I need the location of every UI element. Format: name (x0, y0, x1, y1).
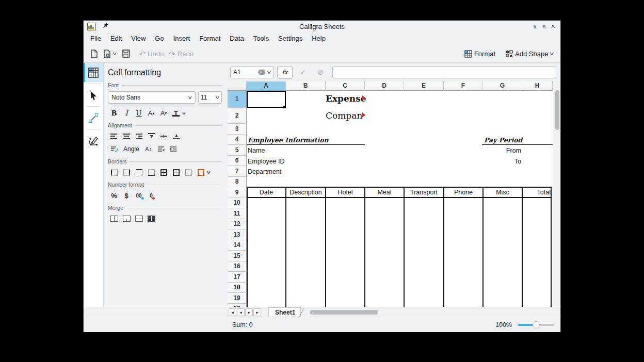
row-header[interactable]: 15 (228, 251, 247, 261)
border-top-button[interactable] (133, 168, 145, 177)
row-headers[interactable]: 1 2 3 4 5 6 7 8 9 10 11 12 13 14 15 16 1 (228, 91, 247, 307)
select-all-corner[interactable] (228, 81, 247, 91)
row-header[interactable]: 19 (228, 293, 247, 304)
row-header[interactable]: 12 (228, 219, 247, 230)
vertical-scrollbar[interactable] (555, 81, 560, 307)
table-header-description[interactable]: Description (286, 187, 326, 198)
titlebar[interactable]: Calligra Sheets ∨ ∧ × (84, 21, 560, 32)
menu-format[interactable]: Format (195, 33, 225, 44)
menu-settings[interactable]: Settings (273, 33, 307, 44)
bold-button[interactable]: B (108, 108, 120, 118)
cell-name-label[interactable]: Name (248, 147, 265, 154)
row-header[interactable]: 7 (228, 166, 247, 177)
rotate-text-button[interactable] (108, 144, 120, 154)
menu-tools[interactable]: Tools (249, 33, 273, 44)
cell-to-label[interactable]: To (483, 158, 521, 165)
row-header[interactable]: 16 (228, 261, 247, 272)
table-header-misc[interactable]: Misc (483, 187, 522, 198)
row-header[interactable]: 8 (228, 177, 247, 188)
shape-selection-tool-button[interactable] (84, 86, 103, 105)
vertical-text-button[interactable]: A↕ (142, 144, 155, 154)
menu-go[interactable]: Go (150, 33, 168, 44)
border-left-button[interactable] (108, 168, 120, 177)
wrap-text-button[interactable] (155, 144, 167, 154)
horizontal-scrollbar-thumb[interactable] (310, 310, 378, 315)
italic-button[interactable]: I (120, 108, 133, 118)
insert-function-button[interactable]: fx (277, 66, 293, 79)
previous-sheet-button[interactable]: ◀ (237, 308, 245, 316)
row-header[interactable]: 17 (228, 272, 247, 283)
open-document-button[interactable]: ∨ (101, 47, 119, 60)
save-button[interactable] (119, 47, 133, 60)
row-header[interactable]: 9 (228, 187, 247, 198)
align-center-button[interactable] (120, 131, 133, 141)
cell-reference-chevron-icon[interactable]: ∨ (266, 70, 272, 75)
percent-format-button[interactable]: % (108, 191, 120, 200)
merge-vertical-button[interactable] (133, 214, 145, 223)
column-header-a[interactable]: A (247, 81, 286, 91)
font-family-select[interactable]: Noto Sans ∨ (108, 91, 196, 104)
dissociate-cells-button[interactable] (145, 214, 157, 223)
next-sheet-button[interactable]: ▶ (245, 308, 253, 316)
row-header[interactable]: 4 (228, 135, 247, 145)
align-top-button[interactable] (145, 131, 157, 141)
column-header-d[interactable]: D (365, 81, 404, 91)
close-button[interactable]: × (551, 23, 555, 30)
zoom-slider-handle[interactable] (533, 321, 540, 328)
table-header-phone[interactable]: Phone (444, 187, 483, 198)
table-header-hotel[interactable]: Hotel (326, 187, 365, 198)
sheet-tab[interactable]: Sheet1 (268, 307, 301, 317)
menu-view[interactable]: View (126, 33, 150, 44)
column-header-c[interactable]: C (326, 81, 365, 91)
font-options-chevron-icon[interactable]: ∨ (181, 110, 187, 116)
font-color-button[interactable]: T (170, 108, 182, 118)
formula-input[interactable] (332, 67, 556, 78)
menu-file[interactable]: File (86, 33, 106, 44)
indent-button[interactable] (167, 144, 180, 154)
fill-handle[interactable] (283, 106, 286, 108)
align-bottom-button[interactable] (170, 131, 182, 141)
merge-cells-button[interactable] (108, 214, 120, 223)
row-header[interactable]: 11 (228, 208, 247, 219)
border-options-chevron-icon[interactable]: ∨ (206, 170, 212, 175)
format-button[interactable]: Format (462, 48, 498, 60)
border-color-button[interactable] (195, 168, 207, 177)
row-header[interactable]: 14 (228, 240, 247, 251)
table-header-meal[interactable]: Meal (365, 187, 404, 198)
cell-from-label[interactable]: From (483, 147, 521, 154)
row-header[interactable]: 3 (228, 124, 247, 135)
cell-pay-period[interactable]: Pay Period (484, 136, 522, 144)
zoom-slider[interactable] (518, 321, 554, 328)
row-header[interactable]: 6 (228, 156, 247, 167)
selected-cell-a1[interactable] (247, 91, 286, 108)
cell-department-label[interactable]: Department (248, 168, 281, 175)
shrink-font-button[interactable]: A▾ (157, 108, 170, 118)
table-header-date[interactable]: Date (247, 187, 286, 198)
font-size-select[interactable]: 11 ∨ (198, 91, 222, 104)
border-none-button[interactable] (182, 168, 195, 177)
row-header[interactable]: 18 (228, 283, 247, 293)
row-header[interactable]: 1 (228, 91, 247, 108)
sheet-grid[interactable]: A B C D E F G H 1 2 3 4 5 6 7 (228, 81, 553, 307)
row-header[interactable]: 13 (228, 229, 247, 240)
first-sheet-button[interactable]: ◀ (229, 308, 236, 316)
align-middle-button[interactable]: ✛ (157, 131, 170, 141)
table-header-total[interactable]: Total (522, 187, 551, 198)
column-headers[interactable]: A B C D E F G H (228, 81, 553, 91)
cell-employee-information[interactable]: Employee Information (248, 136, 329, 144)
cell-reference-box[interactable]: A1 × ∨ (230, 67, 274, 78)
last-sheet-button[interactable]: ▶ (253, 308, 261, 316)
cell-employee-id-label[interactable]: Employee ID (248, 158, 285, 165)
border-outer-button[interactable] (170, 168, 182, 177)
new-document-button[interactable] (88, 47, 101, 60)
merge-horizontal-button[interactable] (120, 214, 133, 223)
column-header-b[interactable]: B (286, 81, 326, 91)
column-header-g[interactable]: G (483, 81, 522, 91)
open-recent-chevron-icon[interactable]: ∨ (112, 51, 118, 56)
menu-help[interactable]: Help (307, 33, 330, 44)
cell-tool-button[interactable] (84, 63, 103, 82)
column-header-h[interactable]: H (522, 81, 553, 91)
underline-button[interactable]: U (133, 108, 145, 118)
minimize-button[interactable]: ∨ (533, 23, 537, 29)
increase-precision-button[interactable]: 00 (133, 191, 145, 200)
